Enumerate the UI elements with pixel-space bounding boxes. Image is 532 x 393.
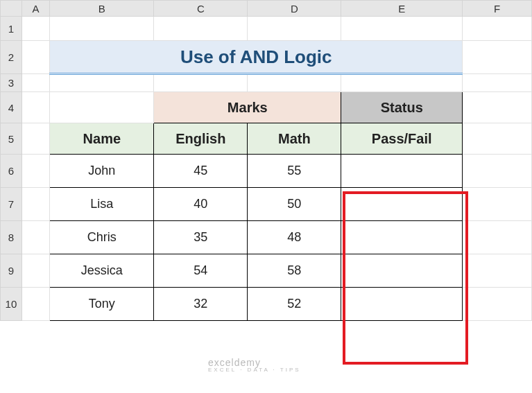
- table-row[interactable]: 55: [248, 155, 341, 188]
- cell-A4[interactable]: [22, 92, 50, 123]
- cell-C1[interactable]: [154, 17, 248, 41]
- table-row[interactable]: 32: [154, 288, 248, 321]
- table-row[interactable]: 52: [248, 288, 341, 321]
- cell-E3[interactable]: [341, 74, 463, 92]
- row-header-7[interactable]: 7: [1, 188, 22, 221]
- cell-A3[interactable]: [22, 74, 50, 92]
- select-all-corner[interactable]: [1, 1, 22, 17]
- cell-A1[interactable]: [22, 17, 50, 41]
- table-row[interactable]: Tony: [50, 288, 154, 321]
- cell-F10[interactable]: [463, 288, 532, 321]
- table-row[interactable]: 50: [248, 188, 341, 221]
- spreadsheet-grid[interactable]: A B C D E F 1 2 Use of AND Logic 3 4: [0, 0, 532, 321]
- status-header[interactable]: Status: [341, 92, 463, 123]
- table-row[interactable]: John: [50, 155, 154, 188]
- row-header-5[interactable]: 5: [1, 123, 22, 155]
- english-header[interactable]: English: [154, 123, 248, 155]
- cell-A8[interactable]: [22, 221, 50, 254]
- cell-D3[interactable]: [248, 74, 341, 92]
- watermark-sub: EXCEL · DATA · TIPS: [208, 367, 301, 373]
- watermark: exceldemy EXCEL · DATA · TIPS: [208, 357, 301, 373]
- cell-F7[interactable]: [463, 188, 532, 221]
- cell-F4[interactable]: [463, 92, 532, 123]
- table-row[interactable]: [341, 188, 463, 221]
- cell-C3[interactable]: [154, 74, 248, 92]
- math-header[interactable]: Math: [248, 123, 341, 155]
- row-header-9[interactable]: 9: [1, 254, 22, 288]
- cell-E1[interactable]: [341, 17, 463, 41]
- table-row[interactable]: 35: [154, 221, 248, 254]
- cell-B1[interactable]: [50, 17, 154, 41]
- row-header-10[interactable]: 10: [1, 288, 22, 321]
- table-row[interactable]: 40: [154, 188, 248, 221]
- marks-header[interactable]: Marks: [154, 92, 341, 123]
- cell-F6[interactable]: [463, 155, 532, 188]
- table-row[interactable]: 45: [154, 155, 248, 188]
- passfail-header[interactable]: Pass/Fail: [341, 123, 463, 155]
- table-row[interactable]: Jessica: [50, 254, 154, 288]
- table-row[interactable]: 58: [248, 254, 341, 288]
- cell-F5[interactable]: [463, 123, 532, 155]
- cell-B4[interactable]: [50, 92, 154, 123]
- row-header-8[interactable]: 8: [1, 221, 22, 254]
- cell-A10[interactable]: [22, 288, 50, 321]
- cell-A9[interactable]: [22, 254, 50, 288]
- table-row[interactable]: [341, 254, 463, 288]
- col-header-B[interactable]: B: [50, 1, 154, 17]
- cell-F8[interactable]: [463, 221, 532, 254]
- row-header-2[interactable]: 2: [1, 41, 22, 74]
- table-row[interactable]: [341, 288, 463, 321]
- col-header-F[interactable]: F: [463, 1, 532, 17]
- col-header-A[interactable]: A: [22, 1, 50, 17]
- table-row[interactable]: [341, 155, 463, 188]
- cell-A7[interactable]: [22, 188, 50, 221]
- watermark-main: exceldemy: [208, 357, 261, 368]
- cell-B3[interactable]: [50, 74, 154, 92]
- cell-A5[interactable]: [22, 123, 50, 155]
- cell-F3[interactable]: [463, 74, 532, 92]
- col-header-E[interactable]: E: [341, 1, 463, 17]
- cell-F2[interactable]: [463, 41, 532, 74]
- table-row[interactable]: Chris: [50, 221, 154, 254]
- name-header[interactable]: Name: [50, 123, 154, 155]
- table-row[interactable]: [341, 221, 463, 254]
- col-header-D[interactable]: D: [248, 1, 341, 17]
- row-header-3[interactable]: 3: [1, 74, 22, 92]
- col-header-C[interactable]: C: [154, 1, 248, 17]
- cell-F9[interactable]: [463, 254, 532, 288]
- row-header-1[interactable]: 1: [1, 17, 22, 41]
- table-row[interactable]: 48: [248, 221, 341, 254]
- row-header-6[interactable]: 6: [1, 155, 22, 188]
- cell-A2[interactable]: [22, 41, 50, 74]
- cell-F1[interactable]: [463, 17, 532, 41]
- title-cell[interactable]: Use of AND Logic: [50, 41, 463, 74]
- row-header-4[interactable]: 4: [1, 92, 22, 123]
- table-row[interactable]: 54: [154, 254, 248, 288]
- cell-A6[interactable]: [22, 155, 50, 188]
- table-row[interactable]: Lisa: [50, 188, 154, 221]
- cell-D1[interactable]: [248, 17, 341, 41]
